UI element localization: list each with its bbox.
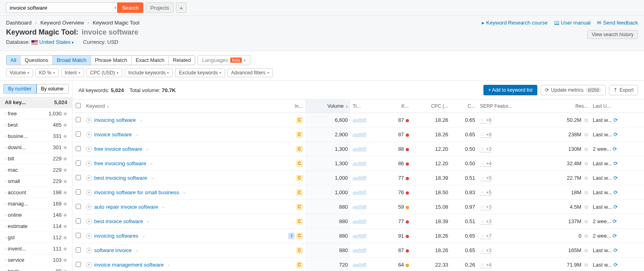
row-checkbox[interactable] [76, 175, 81, 180]
refresh-icon[interactable]: ⟳ [613, 262, 618, 268]
row-checkbox[interactable] [76, 233, 81, 238]
external-link-icon[interactable]: ⧉ [583, 161, 588, 166]
expand-icon[interactable]: + [86, 190, 92, 195]
refresh-icon[interactable]: ⟳ [613, 233, 617, 239]
refresh-icon[interactable]: ⟳ [613, 247, 618, 253]
add-project-button[interactable]: + [176, 2, 186, 13]
keyword-link[interactable]: free invoicing software [94, 160, 146, 166]
keyword-link[interactable]: best invoicing software [94, 175, 147, 181]
serp-features[interactable]: ☆ +7 [480, 233, 492, 239]
external-link-icon[interactable]: ⧉ [583, 117, 588, 123]
sidebar-group-item[interactable]: › invent...111 ◉ [0, 243, 72, 255]
refresh-icon[interactable]: ⟳ [613, 117, 618, 123]
expand-icon[interactable]: + [86, 175, 92, 181]
refresh-icon[interactable]: ⟳ [613, 189, 618, 195]
update-metrics-button[interactable]: ⟳ Update metrics 0/250 [541, 85, 606, 95]
filter-exclude-keywords[interactable]: Exclude keywords ▾ [175, 68, 225, 77]
external-link-icon[interactable]: ⧉ [583, 132, 588, 138]
expand-icon[interactable]: + [86, 248, 92, 253]
tab-all[interactable]: All [6, 55, 21, 65]
row-checkbox[interactable] [76, 218, 81, 224]
column-header[interactable]: K... [384, 100, 411, 113]
keyword-link[interactable]: software invoice [94, 247, 132, 253]
refresh-icon[interactable]: ⟳ [613, 204, 618, 210]
refresh-icon[interactable]: ⟳ [613, 175, 618, 181]
external-link-icon[interactable]: ⧉ [583, 248, 588, 253]
external-link-icon[interactable]: ⧉ [583, 219, 588, 224]
serp-features[interactable]: ☆ +3 [480, 219, 492, 225]
keyword-link[interactable]: invoice management software [94, 262, 164, 268]
filter-intent[interactable]: Intent ▾ [61, 68, 84, 77]
column-header[interactable]: Last U... [590, 100, 644, 113]
serp-features[interactable]: ☆ +6 [480, 117, 492, 123]
link-research-course[interactable]: ▸Keyword Research course [482, 20, 547, 26]
link-user-manual[interactable]: 🕮User manual [554, 20, 591, 26]
external-link-icon[interactable]: ⧉ [583, 146, 588, 152]
external-link-icon[interactable]: ⧉ [583, 204, 588, 210]
tab-phrase-match[interactable]: Phrase Match [91, 55, 132, 65]
sidebar-group-item[interactable]: › busine...331 ◉ [0, 131, 72, 142]
breadcrumb-item[interactable]: Dashboard [6, 20, 32, 26]
tab-broad-match[interactable]: Broad Match [53, 55, 91, 65]
expand-icon[interactable]: + [86, 219, 92, 224]
refresh-icon[interactable]: ⟳ [613, 218, 617, 224]
search-button[interactable]: Search [117, 2, 143, 13]
serp-features[interactable]: ☆ +3 [480, 248, 492, 254]
keyword-link[interactable]: free invoice software [94, 146, 142, 152]
serp-features[interactable]: ☆ +8 [480, 132, 492, 138]
expand-icon[interactable]: + [86, 117, 92, 123]
serp-features[interactable]: ☆ +5 [480, 190, 492, 196]
column-header[interactable]: Res... [544, 100, 590, 113]
sidebar-group-item[interactable]: › mac229 ◉ [0, 164, 72, 176]
tab-related[interactable]: Related [169, 55, 195, 65]
tab-questions[interactable]: Questions [21, 55, 53, 65]
column-header[interactable]: SERP Featur... [478, 100, 544, 113]
clear-icon[interactable]: × [114, 4, 117, 11]
serp-features[interactable]: ☆ +3 [480, 146, 492, 152]
column-header[interactable]: In... [271, 100, 305, 113]
keyword-link[interactable]: auto repair invoice software [94, 204, 158, 210]
projects-button[interactable]: Projects [146, 2, 173, 13]
expand-icon[interactable]: + [86, 161, 92, 166]
row-checkbox[interactable] [76, 262, 81, 267]
expand-icon[interactable]: + [86, 204, 92, 210]
breadcrumb-item[interactable]: Keyword Overview [40, 20, 84, 26]
expand-icon[interactable]: + [86, 262, 92, 268]
external-link-icon[interactable]: ⧉ [583, 190, 588, 195]
expand-icon[interactable]: + [86, 132, 92, 138]
row-checkbox[interactable] [76, 189, 81, 195]
refresh-icon[interactable]: ⟳ [613, 146, 617, 152]
sidebar-group-item[interactable]: › free1,030 ◉ [0, 108, 72, 119]
row-checkbox[interactable] [76, 131, 81, 137]
sidebar-group-item[interactable]: › best485 ◉ [0, 119, 72, 131]
sidebar-group-item[interactable]: › gst112 ◉ [0, 232, 72, 243]
serp-features[interactable]: ☆ +4 [480, 262, 492, 268]
keyword-link[interactable]: invoice software [94, 131, 132, 138]
expand-icon[interactable]: + [86, 233, 92, 239]
column-header[interactable] [72, 100, 84, 113]
external-link-icon[interactable]: ⧉ [583, 175, 588, 181]
column-header[interactable]: Tr... [350, 100, 383, 113]
keyword-link[interactable]: invoicing softwares [94, 233, 138, 239]
column-header[interactable]: Volume ≡ [305, 100, 350, 113]
row-checkbox[interactable] [76, 160, 81, 166]
keyword-link[interactable]: best invoice software [94, 218, 143, 224]
sidebar-group-item[interactable]: › downl...301 ◉ [0, 142, 72, 153]
sidebar-group-item[interactable]: › account198 ◉ [0, 187, 72, 198]
row-checkbox[interactable] [76, 204, 81, 209]
expand-icon[interactable]: + [86, 146, 92, 152]
sidebar-group-item[interactable]: › estimate114 ◉ [0, 221, 72, 232]
link-send-feedback[interactable]: ✉Send feedback [597, 20, 638, 26]
row-checkbox[interactable] [76, 146, 81, 151]
serp-features[interactable]: ☆ +3 [480, 204, 492, 210]
filter-volume[interactable]: Volume ▾ [6, 68, 33, 77]
sidebar-group-item[interactable]: › track99 ◉ [0, 266, 72, 271]
by-volume-tab[interactable]: By volume [36, 84, 69, 93]
export-button[interactable]: ⤒ Export [609, 85, 638, 95]
sidebar-group-item[interactable]: › small229 ◉ [0, 176, 72, 187]
filter-advanced-filters[interactable]: Advanced filters ▾ [227, 68, 272, 77]
serp-features[interactable]: ☆ +4 [480, 161, 492, 167]
keyword-link[interactable]: invoicing software [94, 117, 136, 123]
external-link-icon[interactable]: ⧉ [583, 262, 588, 268]
refresh-icon[interactable]: ⟳ [613, 160, 618, 166]
